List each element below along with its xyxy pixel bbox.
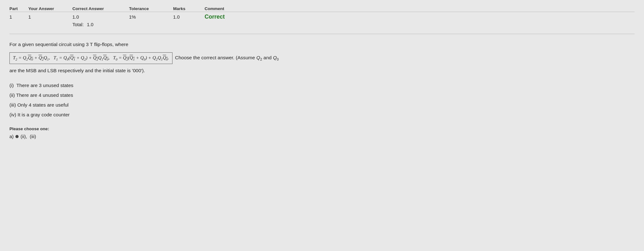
choices-list: (i) There are 3 unused states (ii) There… xyxy=(9,80,387,120)
page-container: Part Your Answer Correct Answer Toleranc… xyxy=(0,0,644,251)
row-marks: 1.0 xyxy=(173,14,205,20)
total-label: Total: xyxy=(72,22,84,27)
choice-i: (i) There are 3 unused states xyxy=(9,80,387,90)
answer-row: a) (ii), (iii) xyxy=(9,134,387,139)
header-tolerance: Tolerance xyxy=(129,6,173,11)
header-part: Part xyxy=(9,6,28,11)
after-equation-2: are the MSB and LSB respectively and the… xyxy=(9,67,387,75)
please-choose-label: Please choose one: xyxy=(9,126,387,131)
answer-bullet xyxy=(15,135,19,138)
choice-ii: (ii) There are 4 unused states xyxy=(9,90,387,100)
answer-value: (ii), (iii) xyxy=(20,134,36,139)
row-your-answer: 1 xyxy=(28,14,72,20)
equation-boxed: T2 = Q2Q0 + Q2Q1, T1 = Q0(Q1 + Q2) + Q2Q… xyxy=(9,52,172,64)
grade-table: Part Your Answer Correct Answer Toleranc… xyxy=(9,6,635,28)
header-correct-answer: Correct Answer xyxy=(72,6,129,11)
choice-iv: (iv) It is a gray code counter xyxy=(9,110,387,120)
header-your-answer: Your Answer xyxy=(28,6,72,11)
grade-table-header: Part Your Answer Correct Answer Toleranc… xyxy=(9,6,635,12)
grade-table-row: 1 1 1.0 1% 1.0 Correct xyxy=(9,12,635,21)
choice-iii: (iii) Only 4 states are useful xyxy=(9,100,387,110)
question-intro: For a given sequential circuit using 3 T… xyxy=(9,42,128,47)
question-text: For a given sequential circuit using 3 T… xyxy=(9,40,387,75)
question-section: For a given sequential circuit using 3 T… xyxy=(9,40,387,139)
total-value: 1.0 xyxy=(87,22,93,27)
after-equation: Choose the correct answer. (Assume Q2 an… xyxy=(175,54,279,62)
row-correct-answer: 1.0 xyxy=(72,14,129,20)
row-tolerance: 1% xyxy=(129,14,173,20)
header-comment: Comment xyxy=(205,6,242,11)
row-comment: Correct xyxy=(205,14,242,20)
header-marks: Marks xyxy=(173,6,205,11)
row-part: 1 xyxy=(9,14,28,20)
total-row: Total: 1.0 xyxy=(9,21,635,28)
answer-letter: a) xyxy=(9,134,14,139)
section-divider xyxy=(9,34,635,34)
